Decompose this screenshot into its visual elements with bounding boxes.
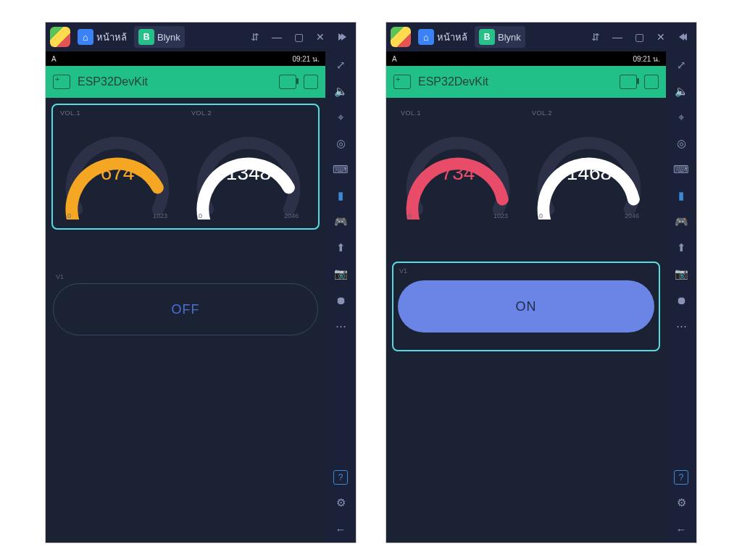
tab-blynk-label: Blynk — [157, 32, 180, 43]
gamepad-icon[interactable]: 🎮 — [673, 214, 689, 230]
home-icon: ⌂ — [418, 29, 434, 45]
close-button[interactable]: ✕ — [311, 28, 330, 46]
stop-icon[interactable] — [304, 75, 318, 89]
device-icon[interactable]: ▮ — [673, 188, 689, 204]
device-icon[interactable]: ▮ — [333, 188, 349, 204]
toggle-button-label: ON — [516, 299, 537, 314]
gauge-max: 1023 — [493, 212, 508, 220]
gauge-value: 674 — [101, 162, 135, 185]
blynk-header: ESP32DevKit — [46, 66, 325, 98]
toggle-button-label: OFF — [172, 302, 200, 317]
gauge-widget-group[interactable]: VOL.1 734 0 1023 — [392, 104, 660, 230]
toggle-button-off[interactable]: OFF — [53, 283, 318, 335]
statusbar-left: A — [392, 55, 397, 63]
android-statusbar: A 09:21 น. — [46, 51, 325, 66]
pin-label: V1 — [399, 267, 654, 275]
blynk-app-icon: B — [138, 29, 154, 45]
gauge-max: 1023 — [153, 212, 167, 220]
emulator-sidebar: ⤢ 🔈 ⌖ ◎ ⌨ ▮ 🎮 ⬆ 📷 ⏺ ⋯ ? ⚙ ← — [666, 51, 696, 543]
battery-icon[interactable] — [620, 75, 637, 89]
gauge-min: 0 — [67, 212, 71, 220]
volume-icon[interactable]: 🔈 — [673, 83, 689, 99]
screenshot-icon[interactable]: 📷 — [673, 266, 689, 282]
bluestacks-logo-icon — [391, 27, 411, 47]
emulator-window-right: ⌂ หน้าหล้ B Blynk ⇵ ― ▢ ✕ A 09:21 น. ESP… — [385, 22, 697, 543]
sync-button[interactable]: ⇵ — [586, 28, 605, 46]
install-apk-icon[interactable]: ⬆ — [673, 240, 689, 256]
volume-icon[interactable]: 🔈 — [333, 83, 349, 99]
more-icon[interactable]: ⋯ — [333, 318, 349, 334]
gamepad-icon[interactable]: 🎮 — [333, 214, 349, 230]
gauge-widget-group[interactable]: VOL.1 674 0 1023 — [51, 104, 320, 230]
help-icon[interactable]: ? — [674, 470, 688, 485]
phone-screen: A 09:21 น. ESP32DevKit VOL.1 — [386, 51, 666, 543]
tab-blynk[interactable]: B Blynk — [134, 26, 185, 48]
gauge-value: 734 — [441, 162, 475, 185]
home-icon: ⌂ — [78, 29, 93, 45]
keyboard-icon[interactable]: ⌨ — [673, 162, 689, 177]
tab-home[interactable]: ⌂ หน้าหล้ — [73, 26, 131, 48]
emulator-sidebar: ⤢ 🔈 ⌖ ◎ ⌨ ▮ 🎮 ⬆ 📷 ⏺ ⋯ ? ⚙ ← — [325, 51, 356, 543]
minimize-button[interactable]: ― — [608, 28, 627, 46]
eye-icon[interactable]: ◎ — [333, 135, 349, 151]
add-widget-icon[interactable] — [393, 75, 411, 89]
chevron-left-icon — [682, 33, 687, 41]
more-icon[interactable]: ⋯ — [673, 318, 689, 334]
toggle-button-on[interactable]: ON — [398, 280, 654, 333]
keyboard-icon[interactable]: ⌨ — [333, 162, 349, 177]
help-icon[interactable]: ? — [333, 470, 348, 485]
project-title: ESP32DevKit — [78, 75, 272, 88]
record-icon[interactable]: ⏺ — [333, 292, 349, 308]
tab-home-label: หน้าหล้ — [437, 30, 467, 45]
button-widget[interactable]: OFF — [51, 283, 320, 335]
statusbar-clock: 09:21 น. — [633, 54, 660, 64]
gauge-vol2: VOL.2 1468 0 2046 — [528, 109, 656, 220]
collapse-sidebar-button[interactable] — [673, 28, 692, 46]
maximize-button[interactable]: ▢ — [630, 28, 649, 46]
minimize-button[interactable]: ― — [267, 28, 286, 46]
pointer-lock-icon[interactable]: ⌖ — [673, 109, 689, 125]
pin-label: V1 — [56, 273, 320, 280]
android-statusbar: A 09:21 น. — [386, 51, 666, 66]
chevron-right-icon — [341, 33, 346, 41]
settings-gear-icon[interactable]: ⚙ — [333, 495, 349, 511]
gauge-vol2: VOL.2 1348 0 2046 — [187, 109, 315, 220]
battery-icon[interactable] — [279, 75, 296, 89]
emulator-window-left: ⌂ หน้าหล้ B Blynk ⇵ ― ▢ ✕ A 09:21 น. ESP… — [45, 22, 357, 543]
close-button[interactable]: ✕ — [651, 28, 670, 46]
sync-button[interactable]: ⇵ — [246, 28, 264, 46]
add-widget-icon[interactable] — [53, 75, 70, 89]
gauge-label: VOL.2 — [528, 109, 656, 117]
stop-icon[interactable] — [644, 75, 659, 89]
titlebar: ⌂ หน้าหล้ B Blynk ⇵ ― ▢ ✕ — [46, 22, 356, 51]
gauge-vol1: VOL.1 734 0 1023 — [396, 109, 525, 220]
install-apk-icon[interactable]: ⬆ — [333, 240, 349, 256]
button-widget[interactable]: V1 ON — [392, 262, 660, 351]
gauge-value: 1348 — [226, 162, 271, 185]
phone-screen: A 09:21 น. ESP32DevKit VOL.1 — [46, 51, 325, 543]
tab-home[interactable]: ⌂ หน้าหล้ — [414, 26, 472, 48]
eye-icon[interactable]: ◎ — [673, 135, 689, 151]
fullscreen-icon[interactable]: ⤢ — [333, 57, 349, 73]
gauge-min: 0 — [539, 212, 543, 220]
collapse-sidebar-button[interactable] — [333, 28, 351, 46]
back-icon[interactable]: ← — [333, 521, 349, 537]
fullscreen-icon[interactable]: ⤢ — [673, 57, 689, 73]
tab-blynk[interactable]: B Blynk — [475, 26, 525, 48]
screenshot-icon[interactable]: 📷 — [333, 266, 349, 282]
settings-gear-icon[interactable]: ⚙ — [673, 495, 689, 511]
gauge-max: 2046 — [284, 212, 299, 220]
bluestacks-logo-icon — [50, 27, 70, 47]
gauge-max: 2046 — [625, 212, 639, 220]
maximize-button[interactable]: ▢ — [289, 28, 308, 46]
statusbar-clock: 09:21 น. — [292, 54, 320, 64]
gauge-min: 0 — [199, 212, 202, 220]
blynk-header: ESP32DevKit — [386, 66, 666, 98]
statusbar-left: A — [51, 55, 57, 63]
back-icon[interactable]: ← — [673, 521, 689, 537]
pointer-lock-icon[interactable]: ⌖ — [333, 109, 349, 125]
gauge-vol1: VOL.1 674 0 1023 — [56, 109, 184, 220]
gauge-label: VOL.1 — [56, 109, 184, 117]
blynk-app-icon: B — [479, 29, 495, 45]
record-icon[interactable]: ⏺ — [673, 292, 689, 308]
